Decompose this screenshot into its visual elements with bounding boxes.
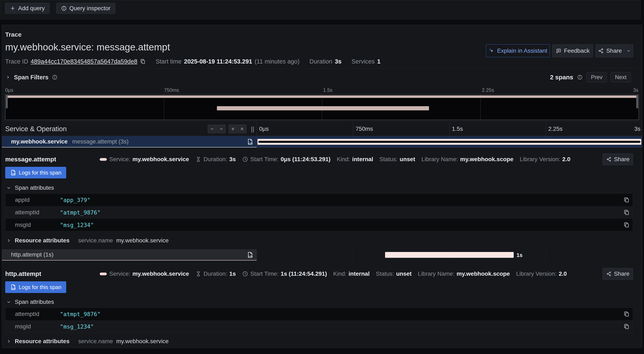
resource-value: my.webhook.service — [116, 338, 168, 345]
add-query-button[interactable]: Add query — [5, 3, 50, 14]
chevron-right-icon — [6, 238, 12, 243]
collapse-one-button[interactable] — [208, 125, 216, 133]
share-icon — [606, 271, 612, 276]
feedback-button[interactable]: Feedback — [552, 44, 593, 57]
info-circle-icon[interactable] — [577, 74, 583, 80]
share-dropdown-button[interactable] — [624, 44, 633, 57]
span-row-http-attempt[interactable]: http.attempt (1s) LOG 1s — [2, 249, 642, 261]
hourglass-icon — [195, 271, 202, 277]
trace-id-value[interactable]: 489a44cc170e83454857a5647da59de8 — [30, 58, 138, 65]
kind-value: internal — [349, 270, 370, 277]
timeline-row-track: 1s — [257, 249, 642, 261]
plus-icon — [10, 6, 16, 11]
duration-value: 3s — [335, 58, 341, 65]
ruler-tick: 0μs — [259, 126, 269, 132]
service-operation-header: Service & Operation — [5, 122, 66, 136]
clock-icon — [242, 271, 248, 277]
duration-label: Duration: — [204, 270, 227, 277]
info-circle-icon[interactable] — [52, 74, 58, 80]
start-time-value: 0μs (11:24:53.291) — [280, 156, 330, 163]
logs-for-span-button[interactable]: LOG Logs for this span — [5, 167, 66, 178]
library-version-label: Library Version: — [520, 156, 560, 163]
minimap-gridline — [164, 95, 164, 120]
ruler-tick: 2.25s — [548, 126, 562, 132]
double-chevron-down-icon — [230, 127, 235, 131]
copy-icon[interactable] — [620, 197, 633, 203]
library-name-label: Library Name: — [422, 156, 458, 163]
column-resize-handle[interactable] — [252, 127, 256, 132]
duration-value: 1s — [230, 270, 236, 277]
logs-for-span-button[interactable]: LOG Logs for this span — [5, 281, 66, 293]
timeline-minimap[interactable] — [5, 94, 639, 120]
minimap-tick: 0μs — [5, 87, 13, 93]
start-time-label: Start Time: — [250, 156, 278, 163]
copy-icon[interactable] — [620, 311, 633, 317]
log-icon: LOG — [10, 284, 16, 290]
copy-icon[interactable] — [620, 209, 633, 215]
span-detail-title: http.attempt — [5, 268, 41, 280]
span-share-button[interactable]: Share — [602, 153, 633, 165]
expand-all-button[interactable] — [238, 125, 246, 133]
minimap-right-handle[interactable] — [636, 95, 638, 108]
copy-icon[interactable] — [620, 323, 633, 330]
expand-one-button[interactable] — [217, 125, 226, 133]
prev-span-button[interactable]: Prev — [586, 72, 607, 82]
span-share-button[interactable]: Share — [602, 268, 633, 280]
span-attributes-label: Span attributes — [15, 184, 54, 191]
span-operation-name: message.attempt (3s) — [72, 138, 129, 145]
span-bar-message-attempt[interactable] — [258, 139, 641, 145]
query-inspector-button[interactable]: Query inspector — [56, 3, 115, 14]
span-nav-cluster: 2 spans Prev Next — [550, 71, 631, 84]
minimap-tick: 1.5s — [323, 87, 332, 93]
span-attributes-header[interactable]: Span attributes — [6, 184, 54, 191]
prev-label: Prev — [591, 74, 602, 81]
span-attributes-header[interactable]: Span attributes — [6, 298, 54, 305]
attribute-row: msgId "msg_1234" — [6, 219, 633, 231]
timeline-header: Service & Operation 0μs 750ms 1.5s 2.25s… — [2, 121, 642, 136]
query-inspector-label: Query inspector — [69, 5, 110, 12]
trace-meta-row: Trace ID 489a44cc170e83454857a5647da59de… — [5, 58, 380, 65]
service-color-swatch — [100, 158, 107, 161]
span-detail-fields: Service:my.webhook.service Duration:1s S… — [100, 268, 567, 280]
attribute-value: "msg_1234" — [60, 222, 620, 228]
span-row-message-attempt[interactable]: my.webhook.service message.attempt (3s) … — [2, 136, 642, 148]
minimap-left-handle[interactable] — [6, 95, 8, 108]
attribute-row: attemptId "atmpt_9876" — [6, 206, 633, 219]
span-detail-title: message.attempt — [5, 153, 56, 166]
span-bar-duration-label: 1s — [516, 249, 523, 261]
service-value: my.webhook.service — [132, 270, 189, 277]
service-value: my.webhook.service — [132, 156, 189, 163]
next-span-button[interactable]: Next — [610, 72, 631, 82]
logs-for-span-label: Logs for this span — [19, 284, 62, 290]
ruler-tick: 1.5s — [452, 126, 463, 132]
resource-attributes-header[interactable]: Resource attributes service.name my.webh… — [6, 237, 168, 244]
explain-in-assistant-button[interactable]: Explain in Assistant — [486, 44, 550, 57]
log-icon[interactable]: LOG — [246, 250, 254, 259]
span-service-name: my.webhook.service — [11, 138, 68, 145]
kind-label: Kind: — [333, 270, 346, 277]
start-time-label: Start time — [156, 58, 182, 65]
resource-attributes-label: Resource attributes — [15, 237, 70, 244]
clock-icon — [242, 156, 248, 162]
services-value: 1 — [377, 58, 380, 65]
panel-title: Trace — [5, 31, 22, 38]
status-value: unset — [400, 156, 415, 163]
library-version-value: 2.0 — [562, 156, 570, 163]
share-button[interactable]: Share — [596, 44, 624, 57]
chevron-up-icon — [219, 127, 224, 131]
span-filters-header[interactable]: Span Filters — [5, 71, 58, 84]
collapse-all-button[interactable] — [228, 125, 237, 133]
ruler-tick: 750ms — [356, 126, 373, 132]
copy-icon[interactable] — [620, 222, 633, 228]
resource-attributes-header[interactable]: Resource attributes service.name my.webh… — [6, 337, 168, 345]
kind-value: internal — [352, 156, 373, 163]
copy-icon[interactable] — [140, 59, 146, 64]
attribute-key: msgId — [6, 222, 60, 228]
log-icon[interactable]: LOG — [246, 137, 254, 146]
minimap-tick: 3s — [633, 87, 638, 93]
span-bar-http-attempt[interactable] — [385, 252, 514, 258]
svg-text:LOG: LOG — [248, 255, 252, 257]
library-version-value: 2.0 — [559, 270, 567, 277]
ruler-tick: 3s — [634, 126, 640, 132]
chevron-down-icon — [626, 49, 631, 53]
